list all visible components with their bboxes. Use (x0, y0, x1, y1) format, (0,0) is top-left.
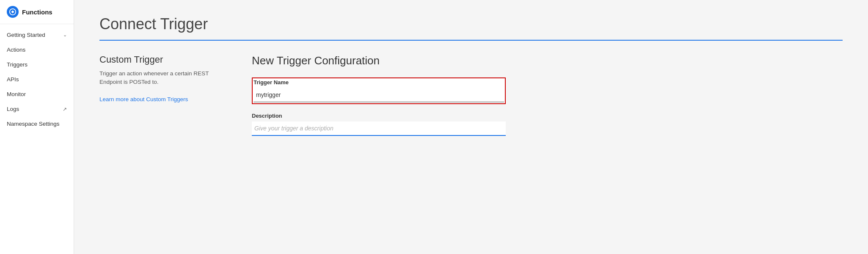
sidebar-item-triggers[interactable]: Triggers (0, 57, 74, 72)
sidebar-item-namespace-settings[interactable]: Namespace Settings (0, 116, 74, 131)
learn-more-link[interactable]: Learn more about Custom Triggers (99, 96, 188, 102)
trigger-name-group: Trigger Name (252, 77, 506, 104)
nav-label-logs: Logs (7, 106, 19, 112)
left-panel: Custom Trigger Trigger an action wheneve… (99, 54, 218, 144)
sidebar-item-getting-started[interactable]: Getting Started ⌄ (0, 28, 74, 42)
sidebar-header: Functions (0, 0, 74, 24)
page-header: Connect Trigger (74, 0, 868, 54)
sidebar-navigation: Getting Started ⌄ Actions Triggers APIs … (0, 24, 74, 135)
right-panel: New Trigger Configuration Trigger Name D… (252, 54, 506, 144)
nav-label-actions: Actions (7, 47, 25, 53)
trigger-name-highlighted-box: Trigger Name (252, 77, 506, 104)
sidebar-item-apis[interactable]: APIs (0, 72, 74, 87)
nav-label-getting-started: Getting Started (7, 32, 45, 38)
page-title: Connect Trigger (99, 15, 843, 33)
header-divider (99, 40, 843, 41)
description-group: Description (252, 113, 506, 136)
description-label: Description (252, 113, 506, 119)
custom-trigger-heading: Custom Trigger (99, 54, 218, 65)
nav-label-triggers: Triggers (7, 61, 28, 68)
config-heading: New Trigger Configuration (252, 54, 506, 67)
external-link-icon: ↗ (63, 106, 67, 112)
chevron-down-icon: ⌄ (63, 32, 67, 38)
nav-label-monitor: Monitor (7, 91, 26, 97)
sidebar-item-actions[interactable]: Actions (0, 42, 74, 57)
main-content: Connect Trigger Custom Trigger Trigger a… (74, 0, 868, 254)
sidebar-title: Functions (22, 8, 52, 16)
nav-label-namespace-settings: Namespace Settings (7, 121, 60, 127)
description-input[interactable] (252, 121, 506, 136)
sidebar-item-monitor[interactable]: Monitor (0, 87, 74, 102)
content-area: Custom Trigger Trigger an action wheneve… (74, 54, 868, 144)
nav-label-apis: APIs (7, 76, 19, 83)
sidebar-item-logs[interactable]: Logs ↗ (0, 102, 74, 116)
custom-trigger-description: Trigger an action whenever a certain RES… (99, 69, 218, 87)
app-logo (7, 6, 19, 18)
trigger-name-input[interactable] (254, 88, 504, 102)
trigger-name-label: Trigger Name (254, 79, 504, 86)
sidebar: Functions Getting Started ⌄ Actions Trig… (0, 0, 74, 254)
